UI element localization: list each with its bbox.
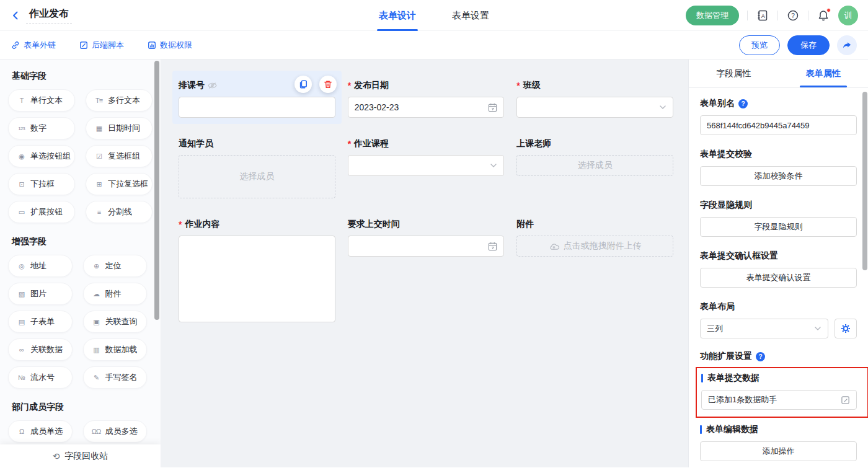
- sidebar-item-single-line-text[interactable]: T单行文本: [8, 89, 75, 112]
- button-label: 添加操作: [763, 446, 795, 457]
- preview-button[interactable]: 预览: [739, 35, 780, 55]
- form-alias-value: 568f144fcd642b9445a74459: [707, 121, 810, 130]
- top-bar: 作业发布 表单设计 表单设置 数据管理 A ? 训: [0, 0, 868, 31]
- form-toolbar: 表单外链 后端脚本 数据权限 预览 保存: [0, 31, 868, 60]
- copy-field-button[interactable]: [294, 76, 312, 93]
- back-chevron-icon: [10, 10, 21, 21]
- field-due-time[interactable]: 要求上交时间: [342, 210, 511, 329]
- person-icon: Ω: [17, 428, 26, 435]
- panel-scrollbar[interactable]: [862, 92, 867, 270]
- tab-form-settings[interactable]: 表单设置: [452, 0, 489, 31]
- field-homework-course[interactable]: *作业课程: [342, 129, 511, 205]
- layout-select[interactable]: 三列: [700, 319, 828, 338]
- select-input[interactable]: [348, 155, 505, 176]
- number-icon: 123: [17, 126, 26, 131]
- divider: [747, 11, 748, 20]
- help-icon[interactable]: ?: [786, 9, 800, 22]
- upload-placeholder: 点击或拖拽附件上传: [564, 241, 642, 252]
- field-attachment[interactable]: 附件 点击或拖拽附件上传: [510, 210, 680, 329]
- tab-form-properties[interactable]: 表单属性: [779, 60, 868, 87]
- date-input[interactable]: 2023-02-23: [348, 97, 505, 118]
- sidebar-item-attachment[interactable]: ☁附件: [83, 283, 148, 305]
- avatar[interactable]: 训: [838, 6, 858, 25]
- bar-chart-icon: ▥: [92, 346, 101, 354]
- section-title-member-fields: 部门成员字段: [12, 402, 147, 413]
- field-homework-content[interactable]: *作业内容: [172, 210, 342, 329]
- save-button[interactable]: 保存: [787, 35, 830, 55]
- date-input[interactable]: [348, 236, 505, 257]
- field-notify-students[interactable]: 通知学员 选择成员: [172, 129, 342, 205]
- sidebar-item-member-multi[interactable]: ΩΩ成员多选: [83, 420, 148, 443]
- member-picker[interactable]: 选择成员: [516, 155, 673, 176]
- sidebar-item-address[interactable]: ◎地址: [8, 255, 73, 277]
- submit-confirm-button[interactable]: 表单提交确认设置: [700, 268, 857, 288]
- field-publish-date[interactable]: *发布日期 2023-02-23: [342, 71, 511, 124]
- radio-icon: ◉: [17, 152, 26, 161]
- sidebar-item-location[interactable]: ⊕定位: [83, 255, 148, 277]
- submit-data-field[interactable]: 已添加1条数据助手: [701, 390, 857, 410]
- svg-text:A: A: [761, 12, 765, 19]
- link-icon: [11, 41, 20, 50]
- sidebar-item-serial-number[interactable]: №流水号: [8, 366, 73, 389]
- textarea-input[interactable]: [179, 236, 335, 322]
- backend-script-link[interactable]: 后端脚本: [79, 40, 124, 51]
- data-manage-button[interactable]: 数据管理: [686, 6, 739, 25]
- gear-icon: [841, 324, 851, 333]
- field-schedule-number[interactable]: 排课号: [172, 71, 342, 124]
- form-alias-input[interactable]: 568f144fcd642b9445a74459: [700, 115, 857, 135]
- share-button[interactable]: [837, 35, 857, 55]
- member-picker[interactable]: 选择成员: [179, 155, 335, 198]
- tab-label: 字段属性: [716, 68, 751, 79]
- tool-link-label: 数据权限: [160, 40, 192, 51]
- field-recycle-bin[interactable]: ⟲ 字段回收站: [0, 444, 161, 467]
- sidebar-item-dropdown[interactable]: ⊡下拉框: [8, 173, 75, 195]
- data-permission-link[interactable]: 数据权限: [148, 40, 192, 51]
- sidebar-item-member-single[interactable]: Ω成员单选: [8, 420, 73, 443]
- tab-form-design[interactable]: 表单设计: [379, 0, 416, 31]
- glossary-book-icon[interactable]: A: [756, 9, 769, 22]
- add-validation-button[interactable]: 添加校验条件: [700, 166, 857, 186]
- sidebar-item-signature[interactable]: ✎手写签名: [83, 366, 148, 389]
- sidebar-item-linked-data[interactable]: ∞关联数据: [8, 338, 73, 361]
- sidebar-item-divider[interactable]: ≡分割线: [86, 201, 153, 223]
- tab-label: 表单设计: [379, 10, 416, 22]
- submit-data-title: 表单提交数据: [707, 373, 760, 384]
- select-input[interactable]: [516, 97, 673, 118]
- sidebar-item-checkbox-group[interactable]: ☑复选框组: [86, 145, 153, 167]
- sidebar-item-datetime[interactable]: ▦日期时间: [86, 117, 153, 139]
- cloud-upload-icon: [549, 242, 559, 250]
- help-circle-icon[interactable]: ?: [738, 99, 748, 108]
- delete-field-button[interactable]: [319, 76, 337, 93]
- field-label: 通知学员: [179, 138, 213, 149]
- notification-bell-icon[interactable]: [817, 9, 830, 22]
- svg-text:?: ?: [791, 12, 795, 19]
- sidebar-item-radio-group[interactable]: ◉单选按钮组: [8, 145, 75, 167]
- sidebar-scrollbar[interactable]: [154, 61, 159, 320]
- edit-icon[interactable]: [841, 395, 850, 405]
- sidebar-item-linked-query[interactable]: ▣关联查询: [83, 311, 148, 333]
- back-button[interactable]: [10, 10, 21, 21]
- sidebar-item-number[interactable]: 123数字: [8, 117, 75, 139]
- visibility-rules-button[interactable]: 字段显隐规则: [700, 217, 857, 237]
- help-circle-icon[interactable]: ?: [756, 352, 765, 361]
- submit-data-value: 已添加1条数据助手: [708, 394, 777, 405]
- sidebar-item-image[interactable]: ▧图片: [8, 283, 73, 305]
- field-teacher[interactable]: 上课老师 选择成员: [510, 129, 680, 205]
- form-external-link[interactable]: 表单外链: [11, 40, 56, 51]
- text-input[interactable]: [179, 97, 335, 118]
- sidebar-item-multi-line-text[interactable]: T≡多行文本: [86, 89, 153, 112]
- multi-dropdown-icon: ⊞: [94, 180, 104, 188]
- add-operation-button[interactable]: 添加操作: [700, 441, 857, 461]
- attachment-upload[interactable]: 点击或拖拽附件上传: [516, 236, 673, 257]
- layout-settings-button[interactable]: [835, 319, 857, 338]
- divider: [808, 11, 808, 20]
- sidebar-item-extend-button[interactable]: ▭扩展按钮: [8, 201, 75, 223]
- divider: [777, 11, 778, 20]
- field-label: 附件: [516, 219, 534, 230]
- field-class[interactable]: *班级: [510, 71, 680, 124]
- page-title[interactable]: 作业发布: [26, 6, 72, 24]
- tab-field-properties[interactable]: 字段属性: [689, 60, 779, 87]
- sidebar-item-data-load[interactable]: ▥数据加载: [83, 338, 148, 361]
- sidebar-item-multi-dropdown[interactable]: ⊞下拉复选框: [86, 173, 153, 195]
- sidebar-item-subform[interactable]: ▤子表单: [8, 311, 73, 333]
